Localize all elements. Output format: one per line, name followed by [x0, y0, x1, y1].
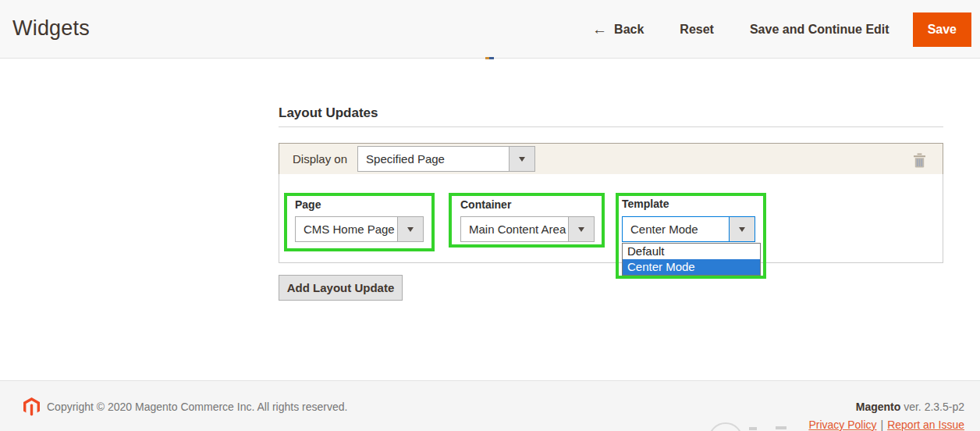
reset-button-label: Reset	[680, 23, 714, 37]
container-select-value: Main Content Area	[461, 217, 568, 241]
page-select-button[interactable]	[397, 217, 423, 241]
save-button-label: Save	[928, 23, 957, 37]
template-field-label: Template	[622, 198, 669, 210]
footer-links: Privacy Policy|Report an Issue	[808, 419, 964, 431]
page-field-label: Page	[295, 198, 321, 211]
layout-updates-heading: Layout Updates	[279, 105, 378, 121]
widgets-admin-page: Widgets ← Back Reset Save and Continue E…	[0, 0, 980, 431]
template-option-default[interactable]: Default	[623, 244, 760, 259]
page-header: Widgets ← Back Reset Save and Continue E…	[0, 0, 980, 59]
footer-brand: Magento	[856, 401, 901, 413]
magento-logo-icon	[23, 397, 40, 419]
template-dropdown-list: Default Center Mode	[622, 243, 761, 276]
back-button[interactable]: ← Back	[592, 21, 644, 38]
template-select-value: Center Mode	[623, 217, 729, 241]
chevron-down-icon	[519, 157, 525, 162]
footer-copyright: Copyright © 2020 Magento Commerce Inc. A…	[47, 401, 347, 413]
delete-layout-update-button[interactable]	[913, 153, 926, 171]
save-button[interactable]: Save	[913, 12, 971, 47]
display-on-label: Display on	[293, 152, 347, 166]
container-select[interactable]: Main Content Area	[460, 216, 595, 242]
cutoff-ui-fragment	[485, 57, 494, 59]
chevron-down-icon	[578, 227, 584, 232]
display-on-select[interactable]: Specified Page	[357, 146, 535, 172]
back-button-label: Back	[614, 23, 644, 37]
save-and-continue-button[interactable]: Save and Continue Edit	[750, 23, 889, 37]
add-layout-update-button[interactable]: Add Layout Update	[279, 275, 403, 301]
cutoff-glyph-fragment	[776, 426, 786, 429]
report-issue-link[interactable]: Report an Issue	[887, 419, 964, 431]
page-select[interactable]: CMS Home Page	[295, 216, 424, 242]
display-on-select-button[interactable]	[509, 147, 534, 171]
section-divider	[279, 126, 943, 127]
display-on-select-value: Specified Page	[358, 147, 509, 171]
footer-links-separator: |	[881, 419, 884, 431]
header-actions: ← Back Reset Save and Continue Edit Save	[592, 0, 971, 59]
template-option-center-mode[interactable]: Center Mode	[623, 259, 760, 275]
footer-version-number: ver. 2.3.5-p2	[904, 401, 964, 413]
reset-button[interactable]: Reset	[680, 23, 714, 37]
page-footer: Copyright © 2020 Magento Commerce Inc. A…	[0, 380, 980, 431]
footer-version: Magento ver. 2.3.5-p2	[856, 401, 964, 413]
cutoff-circle-fragment	[708, 422, 743, 431]
chevron-down-icon	[407, 227, 414, 232]
template-select-button[interactable]	[729, 217, 755, 241]
page-select-value: CMS Home Page	[296, 217, 397, 241]
save-and-continue-label: Save and Continue Edit	[750, 23, 889, 37]
annotation-highlight-page: Page CMS Home Page	[284, 193, 435, 251]
container-select-button[interactable]	[568, 217, 594, 241]
back-arrow-icon: ←	[592, 21, 607, 38]
template-select[interactable]: Center Mode	[622, 216, 755, 242]
chevron-down-icon	[739, 227, 745, 232]
annotation-highlight-template: Template Center Mode Default Center Mode	[616, 193, 766, 279]
layout-update-header-row: Display on Specified Page	[279, 143, 943, 175]
privacy-policy-link[interactable]: Privacy Policy	[808, 419, 876, 431]
trash-icon	[913, 153, 926, 168]
page-title: Widgets	[12, 16, 90, 41]
cutoff-glyph-fragment	[749, 427, 757, 430]
annotation-highlight-container: Container Main Content Area	[449, 193, 605, 248]
container-field-label: Container	[460, 198, 511, 211]
